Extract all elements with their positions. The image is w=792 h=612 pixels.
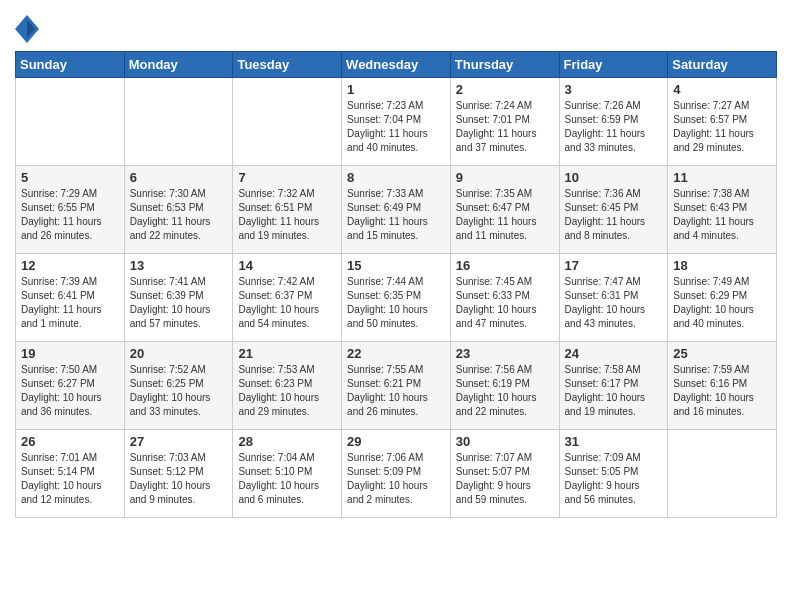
day-number: 5 bbox=[21, 170, 119, 185]
day-info: Sunrise: 7:39 AM Sunset: 6:41 PM Dayligh… bbox=[21, 275, 119, 331]
calendar-cell: 20Sunrise: 7:52 AM Sunset: 6:25 PM Dayli… bbox=[124, 342, 233, 430]
day-number: 25 bbox=[673, 346, 771, 361]
calendar-cell: 25Sunrise: 7:59 AM Sunset: 6:16 PM Dayli… bbox=[668, 342, 777, 430]
day-number: 1 bbox=[347, 82, 445, 97]
day-info: Sunrise: 7:44 AM Sunset: 6:35 PM Dayligh… bbox=[347, 275, 445, 331]
calendar-cell: 23Sunrise: 7:56 AM Sunset: 6:19 PM Dayli… bbox=[450, 342, 559, 430]
week-row-2: 5Sunrise: 7:29 AM Sunset: 6:55 PM Daylig… bbox=[16, 166, 777, 254]
day-number: 12 bbox=[21, 258, 119, 273]
day-info: Sunrise: 7:35 AM Sunset: 6:47 PM Dayligh… bbox=[456, 187, 554, 243]
page: SundayMondayTuesdayWednesdayThursdayFrid… bbox=[0, 0, 792, 612]
day-number: 19 bbox=[21, 346, 119, 361]
day-info: Sunrise: 7:23 AM Sunset: 7:04 PM Dayligh… bbox=[347, 99, 445, 155]
day-number: 29 bbox=[347, 434, 445, 449]
week-row-1: 1Sunrise: 7:23 AM Sunset: 7:04 PM Daylig… bbox=[16, 78, 777, 166]
day-info: Sunrise: 7:55 AM Sunset: 6:21 PM Dayligh… bbox=[347, 363, 445, 419]
week-row-5: 26Sunrise: 7:01 AM Sunset: 5:14 PM Dayli… bbox=[16, 430, 777, 518]
day-number: 28 bbox=[238, 434, 336, 449]
day-number: 8 bbox=[347, 170, 445, 185]
day-number: 2 bbox=[456, 82, 554, 97]
calendar-cell: 27Sunrise: 7:03 AM Sunset: 5:12 PM Dayli… bbox=[124, 430, 233, 518]
calendar-cell: 4Sunrise: 7:27 AM Sunset: 6:57 PM Daylig… bbox=[668, 78, 777, 166]
week-row-3: 12Sunrise: 7:39 AM Sunset: 6:41 PM Dayli… bbox=[16, 254, 777, 342]
calendar-cell bbox=[124, 78, 233, 166]
calendar-cell: 28Sunrise: 7:04 AM Sunset: 5:10 PM Dayli… bbox=[233, 430, 342, 518]
day-number: 16 bbox=[456, 258, 554, 273]
week-row-4: 19Sunrise: 7:50 AM Sunset: 6:27 PM Dayli… bbox=[16, 342, 777, 430]
weekday-header-monday: Monday bbox=[124, 52, 233, 78]
day-number: 21 bbox=[238, 346, 336, 361]
day-info: Sunrise: 7:32 AM Sunset: 6:51 PM Dayligh… bbox=[238, 187, 336, 243]
calendar-cell: 5Sunrise: 7:29 AM Sunset: 6:55 PM Daylig… bbox=[16, 166, 125, 254]
day-number: 4 bbox=[673, 82, 771, 97]
calendar-cell: 9Sunrise: 7:35 AM Sunset: 6:47 PM Daylig… bbox=[450, 166, 559, 254]
calendar-table: SundayMondayTuesdayWednesdayThursdayFrid… bbox=[15, 51, 777, 518]
day-number: 6 bbox=[130, 170, 228, 185]
day-info: Sunrise: 7:59 AM Sunset: 6:16 PM Dayligh… bbox=[673, 363, 771, 419]
day-info: Sunrise: 7:38 AM Sunset: 6:43 PM Dayligh… bbox=[673, 187, 771, 243]
day-info: Sunrise: 7:30 AM Sunset: 6:53 PM Dayligh… bbox=[130, 187, 228, 243]
day-info: Sunrise: 7:04 AM Sunset: 5:10 PM Dayligh… bbox=[238, 451, 336, 507]
day-info: Sunrise: 7:06 AM Sunset: 5:09 PM Dayligh… bbox=[347, 451, 445, 507]
calendar-cell: 31Sunrise: 7:09 AM Sunset: 5:05 PM Dayli… bbox=[559, 430, 668, 518]
day-number: 26 bbox=[21, 434, 119, 449]
day-number: 14 bbox=[238, 258, 336, 273]
day-info: Sunrise: 7:36 AM Sunset: 6:45 PM Dayligh… bbox=[565, 187, 663, 243]
calendar-cell: 22Sunrise: 7:55 AM Sunset: 6:21 PM Dayli… bbox=[342, 342, 451, 430]
calendar-cell: 29Sunrise: 7:06 AM Sunset: 5:09 PM Dayli… bbox=[342, 430, 451, 518]
weekday-header-sunday: Sunday bbox=[16, 52, 125, 78]
calendar-cell bbox=[233, 78, 342, 166]
day-info: Sunrise: 7:26 AM Sunset: 6:59 PM Dayligh… bbox=[565, 99, 663, 155]
day-number: 22 bbox=[347, 346, 445, 361]
day-number: 23 bbox=[456, 346, 554, 361]
day-number: 3 bbox=[565, 82, 663, 97]
weekday-header-friday: Friday bbox=[559, 52, 668, 78]
calendar-cell: 7Sunrise: 7:32 AM Sunset: 6:51 PM Daylig… bbox=[233, 166, 342, 254]
day-number: 31 bbox=[565, 434, 663, 449]
calendar-cell: 21Sunrise: 7:53 AM Sunset: 6:23 PM Dayli… bbox=[233, 342, 342, 430]
calendar-cell: 24Sunrise: 7:58 AM Sunset: 6:17 PM Dayli… bbox=[559, 342, 668, 430]
day-number: 20 bbox=[130, 346, 228, 361]
calendar-cell: 3Sunrise: 7:26 AM Sunset: 6:59 PM Daylig… bbox=[559, 78, 668, 166]
calendar-cell bbox=[16, 78, 125, 166]
day-number: 10 bbox=[565, 170, 663, 185]
calendar-cell: 12Sunrise: 7:39 AM Sunset: 6:41 PM Dayli… bbox=[16, 254, 125, 342]
day-info: Sunrise: 7:52 AM Sunset: 6:25 PM Dayligh… bbox=[130, 363, 228, 419]
day-info: Sunrise: 7:42 AM Sunset: 6:37 PM Dayligh… bbox=[238, 275, 336, 331]
day-info: Sunrise: 7:09 AM Sunset: 5:05 PM Dayligh… bbox=[565, 451, 663, 507]
calendar-cell bbox=[668, 430, 777, 518]
day-info: Sunrise: 7:47 AM Sunset: 6:31 PM Dayligh… bbox=[565, 275, 663, 331]
logo bbox=[15, 15, 43, 43]
calendar-cell: 13Sunrise: 7:41 AM Sunset: 6:39 PM Dayli… bbox=[124, 254, 233, 342]
day-info: Sunrise: 7:27 AM Sunset: 6:57 PM Dayligh… bbox=[673, 99, 771, 155]
calendar-cell: 10Sunrise: 7:36 AM Sunset: 6:45 PM Dayli… bbox=[559, 166, 668, 254]
calendar-cell: 16Sunrise: 7:45 AM Sunset: 6:33 PM Dayli… bbox=[450, 254, 559, 342]
calendar-cell: 1Sunrise: 7:23 AM Sunset: 7:04 PM Daylig… bbox=[342, 78, 451, 166]
calendar-cell: 26Sunrise: 7:01 AM Sunset: 5:14 PM Dayli… bbox=[16, 430, 125, 518]
day-info: Sunrise: 7:03 AM Sunset: 5:12 PM Dayligh… bbox=[130, 451, 228, 507]
day-number: 18 bbox=[673, 258, 771, 273]
calendar-cell: 15Sunrise: 7:44 AM Sunset: 6:35 PM Dayli… bbox=[342, 254, 451, 342]
calendar-cell: 8Sunrise: 7:33 AM Sunset: 6:49 PM Daylig… bbox=[342, 166, 451, 254]
logo-icon bbox=[15, 15, 39, 43]
weekday-header-thursday: Thursday bbox=[450, 52, 559, 78]
day-number: 30 bbox=[456, 434, 554, 449]
calendar-cell: 17Sunrise: 7:47 AM Sunset: 6:31 PM Dayli… bbox=[559, 254, 668, 342]
calendar-cell: 6Sunrise: 7:30 AM Sunset: 6:53 PM Daylig… bbox=[124, 166, 233, 254]
day-info: Sunrise: 7:01 AM Sunset: 5:14 PM Dayligh… bbox=[21, 451, 119, 507]
day-number: 9 bbox=[456, 170, 554, 185]
day-number: 11 bbox=[673, 170, 771, 185]
day-number: 27 bbox=[130, 434, 228, 449]
day-number: 17 bbox=[565, 258, 663, 273]
calendar-cell: 14Sunrise: 7:42 AM Sunset: 6:37 PM Dayli… bbox=[233, 254, 342, 342]
weekday-header-tuesday: Tuesday bbox=[233, 52, 342, 78]
day-info: Sunrise: 7:45 AM Sunset: 6:33 PM Dayligh… bbox=[456, 275, 554, 331]
day-info: Sunrise: 7:56 AM Sunset: 6:19 PM Dayligh… bbox=[456, 363, 554, 419]
day-info: Sunrise: 7:50 AM Sunset: 6:27 PM Dayligh… bbox=[21, 363, 119, 419]
calendar-cell: 30Sunrise: 7:07 AM Sunset: 5:07 PM Dayli… bbox=[450, 430, 559, 518]
calendar-cell: 11Sunrise: 7:38 AM Sunset: 6:43 PM Dayli… bbox=[668, 166, 777, 254]
day-number: 13 bbox=[130, 258, 228, 273]
calendar-cell: 18Sunrise: 7:49 AM Sunset: 6:29 PM Dayli… bbox=[668, 254, 777, 342]
calendar-cell: 2Sunrise: 7:24 AM Sunset: 7:01 PM Daylig… bbox=[450, 78, 559, 166]
weekday-header-row: SundayMondayTuesdayWednesdayThursdayFrid… bbox=[16, 52, 777, 78]
